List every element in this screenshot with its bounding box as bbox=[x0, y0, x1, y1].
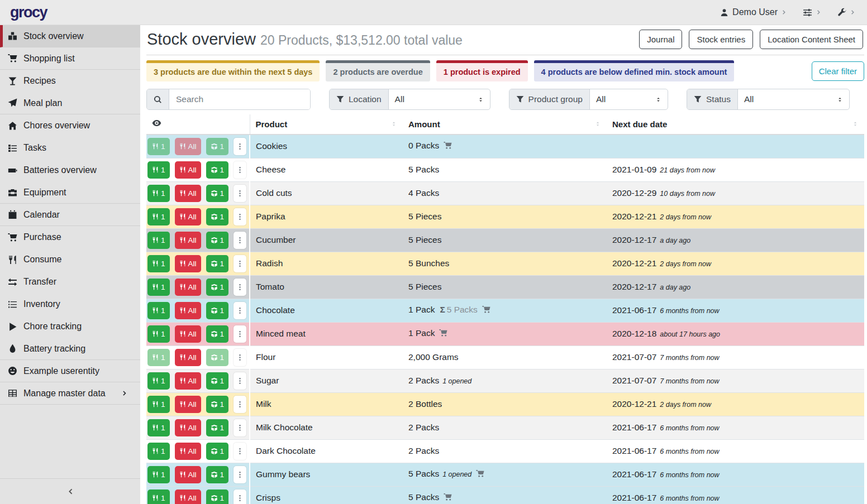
open-one-button[interactable]: 1 bbox=[206, 232, 229, 249]
consume-one-button[interactable]: 1 bbox=[147, 232, 170, 249]
app-logo[interactable]: grocy bbox=[10, 4, 47, 21]
open-one-button[interactable]: 1 bbox=[206, 419, 229, 436]
sidebar-collapse-button[interactable] bbox=[0, 478, 140, 504]
consume-one-button[interactable]: 1 bbox=[147, 185, 170, 202]
consume-one-button[interactable]: 1 bbox=[147, 161, 170, 179]
consume-all-button[interactable]: All bbox=[175, 466, 201, 483]
open-one-button[interactable]: 1 bbox=[206, 443, 229, 460]
sidebar-item-equipment[interactable]: Equipment bbox=[0, 181, 140, 204]
consume-all-button[interactable]: All bbox=[175, 396, 201, 413]
column-header-next-due-date[interactable]: Next due date bbox=[607, 114, 864, 135]
sidebar-item-transfer[interactable]: Transfer bbox=[0, 271, 140, 293]
sidebar-item-battery-tracking[interactable]: Battery tracking bbox=[0, 338, 140, 360]
banner-due[interactable]: 3 products are due within the next 5 day… bbox=[146, 60, 320, 81]
row-more-menu-button[interactable] bbox=[234, 138, 246, 155]
sort-icon[interactable] bbox=[390, 121, 397, 127]
row-more-menu-button[interactable] bbox=[234, 396, 246, 413]
banner-overdue[interactable]: 2 products are overdue bbox=[326, 60, 430, 81]
row-more-menu-button[interactable] bbox=[234, 255, 246, 272]
consume-one-button[interactable]: 1 bbox=[147, 396, 170, 413]
sidebar-item-inventory[interactable]: Inventory bbox=[0, 293, 140, 315]
row-more-menu-button[interactable] bbox=[234, 325, 246, 343]
open-one-button[interactable]: 1 bbox=[206, 489, 229, 504]
open-one-button[interactable]: 1 bbox=[206, 279, 229, 296]
sidebar-item-chore-tracking[interactable]: Chore tracking bbox=[0, 315, 140, 338]
sidebar-item-tasks[interactable]: Tasks bbox=[0, 137, 140, 159]
consume-all-button[interactable]: All bbox=[175, 489, 201, 504]
consume-one-button[interactable]: 1 bbox=[147, 443, 170, 460]
consume-all-button[interactable]: All bbox=[175, 208, 201, 225]
row-more-menu-button[interactable] bbox=[234, 466, 246, 483]
open-one-button[interactable]: 1 bbox=[206, 161, 229, 179]
open-one-button[interactable]: 1 bbox=[206, 255, 229, 272]
consume-one-button[interactable]: 1 bbox=[147, 255, 170, 272]
sidebar-item-shopping-list[interactable]: Shopping list bbox=[0, 47, 140, 70]
row-more-menu-button[interactable] bbox=[234, 161, 246, 179]
consume-all-button[interactable]: All bbox=[175, 161, 201, 179]
open-one-button[interactable]: 1 bbox=[206, 396, 229, 413]
consume-all-button[interactable]: All bbox=[175, 349, 201, 366]
consume-all-button[interactable]: All bbox=[175, 443, 201, 460]
consume-all-button[interactable]: All bbox=[175, 255, 201, 272]
row-more-menu-button[interactable] bbox=[234, 279, 246, 296]
row-more-menu-button[interactable] bbox=[234, 302, 246, 319]
consume-all-button[interactable]: All bbox=[175, 372, 201, 390]
banner-below-min[interactable]: 4 products are below defined min. stock … bbox=[534, 60, 735, 81]
consume-all-button[interactable]: All bbox=[175, 419, 201, 436]
consume-all-button[interactable]: All bbox=[175, 279, 201, 296]
location-select[interactable]: All bbox=[389, 89, 490, 109]
row-more-menu-button[interactable] bbox=[234, 419, 246, 436]
column-visibility-eye-icon[interactable] bbox=[152, 118, 161, 128]
open-one-button[interactable]: 1 bbox=[206, 302, 229, 319]
search-input[interactable] bbox=[169, 89, 310, 109]
consume-one-button[interactable]: 1 bbox=[147, 372, 170, 390]
open-one-button[interactable]: 1 bbox=[206, 372, 229, 390]
open-one-button[interactable]: 1 bbox=[206, 138, 229, 155]
column-header-amount[interactable]: Amount bbox=[403, 114, 607, 135]
journal-button[interactable]: Journal bbox=[639, 30, 682, 49]
row-more-menu-button[interactable] bbox=[234, 185, 246, 202]
consume-one-button[interactable]: 1 bbox=[147, 138, 170, 155]
settings-menu[interactable] bbox=[803, 8, 822, 17]
open-one-button[interactable]: 1 bbox=[206, 208, 229, 225]
open-one-button[interactable]: 1 bbox=[206, 325, 229, 343]
clear-filter-button[interactable]: Clear filter bbox=[812, 61, 864, 81]
row-more-menu-button[interactable] bbox=[234, 208, 246, 225]
open-one-button[interactable]: 1 bbox=[206, 349, 229, 366]
consume-one-button[interactable]: 1 bbox=[147, 419, 170, 436]
sidebar-item-stock-overview[interactable]: Stock overview bbox=[0, 25, 140, 47]
sidebar-item-consume[interactable]: Consume bbox=[0, 248, 140, 271]
location-content-sheet-button[interactable]: Location Content Sheet bbox=[760, 30, 863, 49]
open-one-button[interactable]: 1 bbox=[206, 185, 229, 202]
open-one-button[interactable]: 1 bbox=[206, 466, 229, 483]
sidebar-item-recipes[interactable]: Recipes bbox=[0, 70, 140, 92]
product-group-select[interactable]: All bbox=[590, 89, 668, 109]
stock-entries-button[interactable]: Stock entries bbox=[689, 30, 753, 49]
sidebar-item-chores-overview[interactable]: Chores overview bbox=[0, 114, 140, 137]
consume-all-button[interactable]: All bbox=[175, 138, 201, 155]
consume-one-button[interactable]: 1 bbox=[147, 489, 170, 504]
row-more-menu-button[interactable] bbox=[234, 443, 246, 460]
row-more-menu-button[interactable] bbox=[234, 232, 246, 249]
sidebar-item-purchase[interactable]: Purchase bbox=[0, 226, 140, 248]
consume-all-button[interactable]: All bbox=[175, 302, 201, 319]
sidebar-item-batteries-overview[interactable]: Batteries overview bbox=[0, 159, 140, 181]
consume-one-button[interactable]: 1 bbox=[147, 208, 170, 225]
consume-one-button[interactable]: 1 bbox=[147, 349, 170, 366]
consume-one-button[interactable]: 1 bbox=[147, 466, 170, 483]
sidebar-item-calendar[interactable]: Calendar bbox=[0, 204, 140, 226]
status-select[interactable]: All bbox=[738, 89, 849, 109]
row-more-menu-button[interactable] bbox=[234, 349, 246, 366]
sort-icon[interactable] bbox=[852, 121, 859, 127]
banner-expired[interactable]: 1 product is expired bbox=[436, 60, 528, 81]
consume-one-button[interactable]: 1 bbox=[147, 302, 170, 319]
consume-all-button[interactable]: All bbox=[175, 232, 201, 249]
consume-all-button[interactable]: All bbox=[175, 185, 201, 202]
user-menu[interactable]: Demo User bbox=[720, 7, 787, 17]
consume-one-button[interactable]: 1 bbox=[147, 325, 170, 343]
consume-all-button[interactable]: All bbox=[175, 325, 201, 343]
row-more-menu-button[interactable] bbox=[234, 372, 246, 390]
sidebar-item-example-userentity[interactable]: Example userentity bbox=[0, 360, 140, 382]
consume-one-button[interactable]: 1 bbox=[147, 279, 170, 296]
row-more-menu-button[interactable] bbox=[234, 489, 246, 504]
